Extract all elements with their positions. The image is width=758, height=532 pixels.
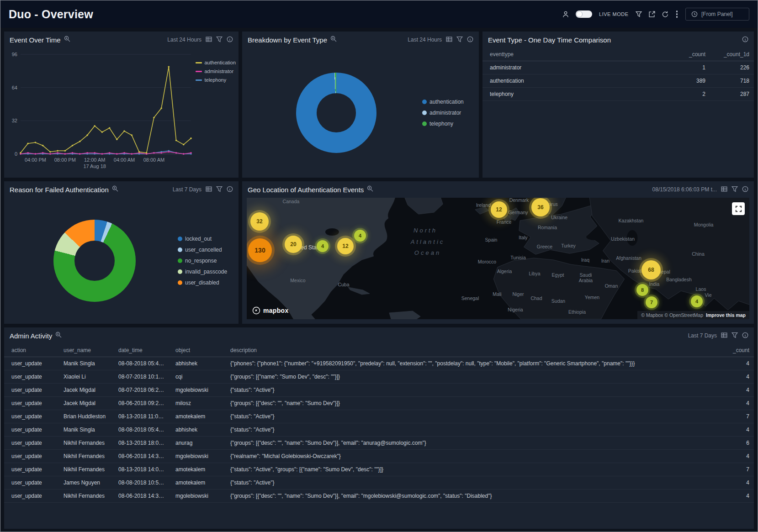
column-header[interactable]: description [226, 344, 725, 357]
live-mode-toggle[interactable] [576, 11, 592, 18]
table-cell: James Nguyen [59, 476, 114, 489]
map-label: Morocco [478, 259, 496, 264]
table-row[interactable]: user_updateJames Nguyen08-08-2018 10:50:… [4, 476, 754, 490]
zoom-icon[interactable] [367, 185, 373, 194]
share-icon[interactable] [649, 11, 655, 17]
table-row[interactable]: user_updateManik Singla08-08-2018 05:42:… [4, 423, 754, 437]
map-label: Atlantic [411, 238, 445, 245]
filter-icon[interactable] [216, 36, 223, 44]
column-header[interactable]: _count [725, 344, 754, 357]
filter-icon[interactable] [731, 186, 738, 194]
filter-icon[interactable] [456, 36, 463, 44]
map-cluster-bubble[interactable]: 12 [491, 201, 507, 218]
legend-item[interactable]: telephony [422, 121, 464, 127]
column-header[interactable]: object [171, 344, 226, 357]
geo-map[interactable]: CanadaUnited StatesMexicoCubaNorthAtlant… [247, 198, 749, 319]
table-row[interactable]: user_updateJacek Migdal08-07-2018 06:22:… [4, 384, 754, 397]
table-cell: {"phones": {"phone1": {"number": "+91958… [226, 357, 725, 370]
map-cluster-bubble[interactable]: 20 [285, 236, 302, 253]
legend-item[interactable]: user_cancelled [178, 247, 227, 253]
map-cluster-bubble[interactable]: 4 [317, 240, 329, 252]
legend-item[interactable]: invalid_passcode [178, 269, 227, 275]
map-cluster-bubble[interactable]: 130 [248, 238, 272, 262]
map-label: China [692, 251, 704, 257]
map-cluster-bubble[interactable]: 32 [250, 212, 269, 231]
legend-item[interactable]: administrator [196, 68, 236, 74]
map-cluster-bubble[interactable]: 4 [354, 230, 366, 242]
table-icon[interactable] [721, 186, 727, 194]
info-icon[interactable] [742, 186, 748, 194]
column-header[interactable]: _count_1d [710, 48, 754, 61]
table-row[interactable]: user_updateNikhil Fernandes08-06-2018 14… [4, 490, 754, 503]
table-cell: 08-13-2018 14:06:57 [114, 463, 171, 476]
table-row[interactable]: user_updateJacek Migdal08-06-2018 09:29:… [4, 397, 754, 410]
legend-item[interactable]: telephony [196, 77, 236, 83]
zoom-icon[interactable] [64, 36, 70, 44]
fullscreen-icon[interactable] [732, 202, 745, 215]
table-cell: Manik Singla [59, 423, 114, 436]
table-row[interactable]: authentication389718 [482, 74, 754, 88]
refresh-icon[interactable] [662, 11, 668, 17]
map-cluster-bubble[interactable]: 68 [641, 260, 661, 279]
table-icon[interactable] [721, 332, 727, 340]
legend-item[interactable]: user_disabled [178, 279, 227, 286]
map-cluster-bubble[interactable]: 36 [531, 198, 550, 216]
user-icon[interactable] [562, 11, 569, 17]
info-icon[interactable] [227, 186, 233, 194]
kebab-menu-icon[interactable] [675, 10, 679, 19]
panel-title: Geo Location of Authentication Events [248, 186, 364, 194]
event-type-donut-chart[interactable] [296, 73, 376, 153]
legend-item[interactable]: locked_out [178, 236, 227, 242]
table-row[interactable]: user_updateManik Singla08-08-2018 05:44:… [4, 357, 754, 370]
table-cell: 4 [725, 490, 754, 502]
table-cell: {"status": "Active"} [226, 476, 725, 489]
filter-icon[interactable] [636, 11, 642, 17]
legend-item[interactable]: administrator [422, 110, 464, 116]
map-label: Iran [601, 258, 610, 263]
table-cell: authentication [482, 74, 669, 87]
info-icon[interactable] [742, 332, 748, 340]
column-header[interactable]: date_time [114, 344, 171, 357]
legend-item[interactable]: no_response [178, 258, 227, 264]
table-icon[interactable] [206, 186, 212, 194]
table-icon[interactable] [206, 36, 212, 44]
zoom-icon[interactable] [112, 185, 118, 194]
filter-icon[interactable] [216, 186, 223, 194]
map-label: Romania [538, 225, 557, 230]
column-header[interactable]: _count [669, 48, 710, 61]
legend-swatch [196, 71, 202, 72]
time-range-selector[interactable]: [From Panel] [685, 8, 749, 21]
mapbox-logo[interactable]: mapbox [252, 306, 288, 315]
table-cell: 08-06-2018 14:32:00 [114, 450, 171, 463]
info-icon[interactable] [742, 36, 748, 44]
map-cluster-bubble[interactable]: 8 [636, 284, 648, 296]
table-row[interactable]: user_updateNikhil Fernandes08-13-2018 18… [4, 437, 754, 450]
table-icon[interactable] [446, 36, 452, 44]
improve-map-link[interactable]: Improve this map [706, 312, 746, 318]
column-header[interactable]: eventtype [482, 48, 669, 61]
table-cell: {"groups": [{"desc": "", "name": "Sumo D… [226, 490, 725, 502]
table-row[interactable]: user_updateBrian Huddleston08-13-2018 11… [4, 410, 754, 423]
filter-icon[interactable] [731, 332, 738, 340]
table-cell: user_update [4, 476, 59, 489]
table-row[interactable]: telephony2287 [482, 88, 754, 101]
failed-auth-donut-chart[interactable] [53, 220, 136, 302]
panel-event-over-time: Event Over Time Last 24 Hours 032649604:… [4, 32, 239, 178]
legend-item[interactable]: authentication [422, 99, 464, 105]
column-header[interactable]: action [4, 344, 59, 357]
legend-label: authentication [429, 99, 464, 105]
table-row[interactable]: administrator1226 [482, 61, 754, 74]
map-cluster-bubble[interactable]: 4 [691, 295, 703, 307]
table-row[interactable]: user_updateNikhil Fernandes08-13-2018 14… [4, 463, 754, 476]
zoom-icon[interactable] [55, 332, 62, 340]
map-cluster-bubble[interactable]: 12 [337, 238, 354, 254]
column-header[interactable]: user_name [59, 344, 114, 357]
info-icon[interactable] [467, 36, 473, 44]
zoom-icon[interactable] [330, 36, 337, 44]
table-row[interactable]: user_updateNikhil Fernandes08-06-2018 14… [4, 450, 754, 463]
table-row[interactable]: user_updateXiaolei Li08-07-2018 10:19:57… [4, 370, 754, 384]
info-icon[interactable] [227, 36, 233, 44]
map-cluster-bubble[interactable]: 7 [646, 296, 657, 308]
panel-admin-activity: Admin Activity Last 7 Days actionuser_na… [4, 327, 754, 529]
legend-item[interactable]: authentication [196, 60, 236, 65]
